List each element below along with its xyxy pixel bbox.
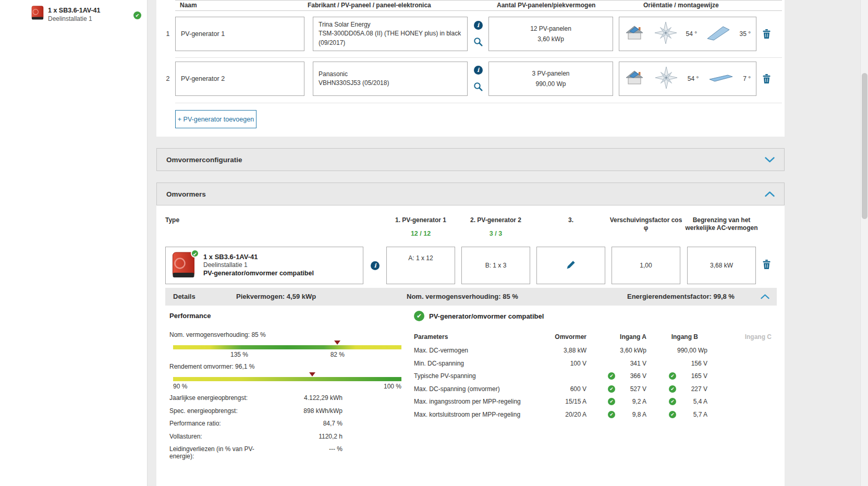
gen1-assigned-count: 12 / 12 [382,230,460,237]
parameter-label: Max. DC-spanning (omvormer) [414,385,539,393]
house-icon [625,25,645,43]
compatibility-status-text: PV-generator/omvormer compatibel [429,312,544,320]
panel-count-box[interactable]: 12 PV-panelen 3,60 kWp [488,17,613,51]
orientation-box[interactable]: 54 ° 7 ° [619,62,756,96]
inverter-type-box[interactable]: ✔ 1 x SB3.6-1AV-41 Deelinstallatie 1 PV-… [165,247,363,284]
cos-phi-box[interactable]: 1,00 [612,247,680,284]
omvormers-panel: Type 1. PV-generator 1 12 / 12 2. PV-gen… [156,205,785,486]
delete-generator-button[interactable] [763,74,771,83]
parameter-label: Typische PV-spanning [414,372,539,380]
generator-name-input[interactable] [175,17,304,51]
stat-value: 1120,2 h [274,433,343,440]
check-icon: ✔ [608,398,615,405]
panel-model: TSM-300DD05A.08 (II) (THE HONEY plus) in… [319,29,462,39]
panel-peak-power: 990,00 Wp [535,80,566,88]
input-b-value: B: 1 x 3 [485,262,507,269]
chevron-up-icon[interactable] [765,191,775,197]
ingang-a-value: 3,60 kWp [615,347,646,354]
check-icon: ✔ [414,311,424,321]
nominal-ratio-bar: 135 % 82 % [173,345,401,349]
scrollbar-thumb[interactable] [862,73,867,219]
divider [175,57,782,58]
check-icon: ✔ [669,385,676,393]
table-header-ingang-c: Ingang C [707,333,772,341]
bar2-tick-left: 90 % [173,383,187,390]
nominal-ratio-summary: Nom. vermogensverhouding: 85 % [407,293,518,300]
parameter-label: Max. ingangsstroom per MPP-regeling [414,398,539,405]
search-panel-icon[interactable] [473,82,483,91]
input-a-value: A: 1 x 12 [408,254,433,262]
section-header-omvormers[interactable]: Omvormers [156,183,785,205]
delete-inverter-button[interactable] [763,260,771,269]
chevron-up-icon[interactable] [761,294,769,299]
panel-manufacturer: Panasonic [319,70,462,79]
edit-assignment-box[interactable] [536,247,605,284]
tilt-icon [706,25,731,43]
omvormer-value: 600 V [539,385,586,393]
inverter-status: PV-generator/omvormer compatibel [203,269,314,278]
ingang-a-value: 366 V [615,372,646,380]
check-icon: ✔ [133,11,141,19]
search-panel-icon[interactable] [473,37,483,46]
divider [175,0,782,1]
info-icon[interactable]: i [474,66,483,75]
generator-name-input[interactable] [175,62,304,96]
ingang-a-value: 9,2 A [615,398,646,405]
delete-generator-button[interactable] [763,29,771,39]
parameter-label: Min. DC-spanning [414,360,539,367]
compass-icon [655,66,678,91]
column-header-fabrikant: Fabrikant / PV-paneel / paneel-elektroni… [308,2,431,9]
ingang-b-value: 5,7 A [676,411,707,418]
info-icon[interactable]: i [371,261,380,270]
panel-count-box[interactable]: 3 PV-panelen 990,00 Wp [488,62,613,96]
panel-count: 3 PV-panelen [532,70,569,77]
panel-model-box[interactable]: Trina Solar Energy TSM-300DD05A.08 (II) … [313,17,468,51]
input-b-assignment-box[interactable]: B: 1 x 3 [461,247,530,284]
chevron-down-icon[interactable] [765,157,775,163]
table-header-ingang-b: Ingang B [646,333,707,341]
parameters-table: Parameters Omvormer Ingang A Ingang B In… [414,330,772,421]
row-icons: i [473,21,483,46]
compass-icon [654,21,677,46]
bar1-label: Nom. vermogensverhouding: 85 % [169,331,266,338]
bar-marker [309,372,315,376]
app-root: 1 x SB3.6-1AV-41 Deelinstallatie 1 ✔ Naa… [0,0,868,486]
pv-generators-panel: Naam Fabrikant / PV-paneel / paneel-elek… [156,0,785,137]
ac-limit-value: 3,68 kW [710,262,733,269]
input-a-assignment-box[interactable]: A: 1 x 12 [386,247,455,284]
omvormer-value: 15/15 A [539,398,586,405]
check-icon: ✔ [191,249,199,258]
column-header-naam: Naam [180,2,197,9]
section-title: Omvormerconfiguratie [166,156,242,164]
column-header-gen3: 3. [532,216,610,224]
omvormer-value: 3,88 kW [539,347,586,354]
section-header-omvormerconfiguratie[interactable]: Omvormerconfiguratie [156,148,785,171]
pencil-icon[interactable] [566,260,576,271]
stat-value: 84,7 % [274,420,343,427]
panel-model-box[interactable]: Panasonic VBHN330SJ53 (05/2018) [313,62,468,96]
inverter-icon [31,6,44,22]
bar1-tick-left: 135 % [230,351,248,358]
table-header-parameters: Parameters [414,333,539,341]
column-header-gen1: 1. PV-generator 1 [382,216,460,224]
check-icon: ✔ [608,372,615,380]
azimuth-value: 54 ° [686,30,697,38]
energy-factor-summary: Energierendementsfactor: 99,8 % [627,293,735,300]
ingang-b-value: 990,00 Wp [676,347,707,354]
orientation-box[interactable]: 54 ° 35 ° [619,17,756,51]
scrollbar-track[interactable] [860,0,868,486]
ac-limit-box[interactable]: 3,68 kW [687,247,756,284]
bar-marker [334,341,340,345]
gen2-assigned-count: 3 / 3 [457,230,535,237]
add-generator-button[interactable]: + PV-generator toevoegen [175,110,256,128]
details-bar[interactable]: Details Piekvermogen: 4,59 kWp Nom. verm… [165,288,777,306]
sidebar-item-title: 1 x SB3.6-1AV-41 [48,7,101,15]
info-icon[interactable]: i [474,21,483,30]
stat-value: 898 kWh/kWp [274,407,343,415]
omvormer-value: 100 V [539,360,586,367]
peak-power-summary: Piekvermogen: 4,59 kWp [236,293,316,300]
performance-title: Performance [169,312,211,320]
inverter-type-text: 1 x SB3.6-1AV-41 Deelinstallatie 1 PV-ge… [203,253,314,278]
inverter-image: ✔ [172,252,195,279]
sidebar-item-inverter[interactable]: 1 x SB3.6-1AV-41 Deelinstallatie 1 ✔ [0,0,147,28]
